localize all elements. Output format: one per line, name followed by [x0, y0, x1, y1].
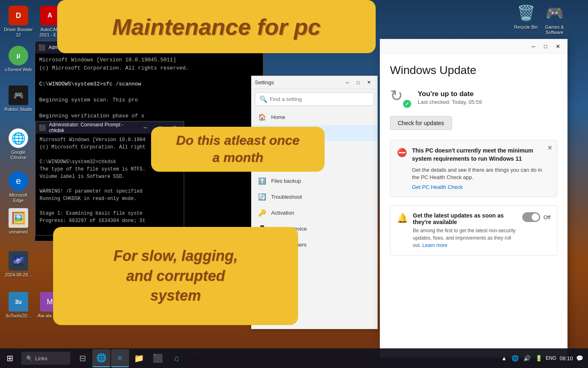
taskbar-edge-icon: e: [118, 354, 122, 362]
error-icon: ⛔: [397, 148, 407, 190]
taskbar-windows-icon[interactable]: ⊟: [74, 349, 91, 367]
latest-updates-desc: Be among the first to get the latest non…: [413, 227, 517, 249]
settings-maximize-btn[interactable]: □: [353, 77, 363, 88]
settings-nav-backup-label: Files backup: [271, 178, 301, 184]
taskbar-app-icons: ⊟ 🌐 e 📁 ⬛ ♫ ⋯: [74, 349, 204, 367]
warning-close-btn[interactable]: ✕: [546, 144, 554, 152]
settings-nav-troubleshoot[interactable]: 🔄 Troubleshoot: [252, 189, 377, 205]
warning-title: This PC doesn't currently meet the minim…: [412, 147, 550, 163]
start-button[interactable]: ⊞: [0, 348, 20, 368]
troubleshoot-icon: 🔄: [258, 193, 266, 201]
tray-language: ENG: [546, 355, 556, 361]
toggle-label: Off: [543, 214, 550, 220]
search-icon: 🔍: [259, 95, 267, 103]
main-title-text: Maintenance for pc: [112, 13, 321, 40]
update-status-icon: ↻ ✓: [390, 87, 411, 108]
settings-search-bar[interactable]: 🔍: [255, 92, 374, 106]
update-minimize-btn[interactable]: ─: [527, 40, 539, 53]
toggle-switch-container[interactable]: Off: [522, 212, 550, 222]
update-heading: Windows Update: [390, 64, 557, 77]
settings-nav-activation[interactable]: 🔑 Activation: [252, 205, 377, 221]
tray-time: 08:10: [559, 355, 573, 361]
taskbar-search-bar[interactable]: 🔍 Links: [21, 352, 70, 365]
latest-updates-title: Get the latest updates as soon as they'r…: [413, 212, 517, 225]
settings-nav-home-label: Home: [271, 114, 285, 120]
update-status-text: You're up to date Last checked: Today, 0…: [418, 90, 482, 105]
update-maximize-btn[interactable]: □: [539, 40, 552, 53]
taskbar-terminal-btn[interactable]: ⬛: [149, 349, 167, 367]
update-status-subtitle: Last checked: Today, 05:59: [418, 99, 482, 105]
desktop-icon-3utools[interactable]: 3u 3uTools(32...: [2, 290, 35, 320]
health-check-link[interactable]: Get PC Health Check: [412, 184, 550, 190]
update-status-card: ↻ ✓ You're up to date Last checked: Toda…: [390, 87, 557, 108]
backup-icon: ⬆️: [258, 177, 266, 185]
taskbar: ⊞ 🔍 Links ⊟ 🌐 e 📁 ⬛ ♫: [0, 348, 588, 368]
month-text: Do this atleast oncea month: [176, 132, 299, 166]
desktop-icon-recycle-bin[interactable]: 🗑️ Recycle Bin: [510, 2, 542, 31]
taskbar-spotify-icon: ♫: [174, 354, 180, 363]
tray-battery-icon[interactable]: 🔋: [534, 353, 544, 363]
warning-body: This PC doesn't currently meet the minim…: [412, 147, 550, 190]
win11-warning-card: ⛔ This PC doesn't currently meet the min…: [390, 140, 557, 197]
desktop-icon-edge[interactable]: e Microsoft Edge: [2, 170, 35, 205]
settings-titlebar: Settings ─ □ ✕: [252, 76, 377, 89]
desktop-icon-games-software[interactable]: 🎮 Games & Software: [538, 2, 571, 37]
taskbar-more-btn[interactable]: ⋯: [186, 349, 204, 367]
update-content-area: Windows Update ↻ ✓ You're up to date Las…: [380, 54, 567, 266]
windows-update-panel[interactable]: ─ □ ✕ Windows Update ↻ ✓ You're up to da…: [380, 39, 568, 358]
month-overlay: Do this atleast oncea month: [151, 127, 325, 172]
learn-more-link[interactable]: Learn more: [422, 242, 447, 248]
toggle-knob: [532, 213, 539, 221]
taskbar-folder-btn[interactable]: 📁: [130, 349, 148, 367]
main-title-overlay: Maintenance for pc: [57, 0, 376, 53]
settings-nav-activation-label: Activation: [271, 210, 294, 216]
latest-updates-toggle[interactable]: [522, 212, 540, 222]
bottom-text: For slow, lagging,and corruptedsystem: [114, 246, 238, 306]
latest-updates-section: 🔔 Get the latest updates as soon as they…: [390, 205, 557, 256]
settings-title-text: Settings: [255, 79, 342, 85]
tray-notifications-icon[interactable]: 💬: [575, 353, 585, 363]
taskbar-search-label: Links: [35, 355, 47, 361]
tray-network-icon[interactable]: 🌐: [510, 353, 520, 363]
settings-search-input[interactable]: [270, 96, 370, 102]
taskbar-spotify-btn[interactable]: ♫: [167, 349, 185, 367]
desktop-icon-driver-booster[interactable]: D Driver Booster 12: [2, 4, 35, 39]
settings-nav-troubleshoot-label: Troubleshoot: [271, 194, 302, 200]
taskbar-terminal-icon: ⬛: [153, 353, 163, 363]
update-titlebar: ─ □ ✕: [380, 39, 567, 54]
settings-close-btn[interactable]: ✕: [363, 77, 374, 88]
taskbar-chrome-icon: 🌐: [96, 353, 107, 363]
desktop-icon-roblox[interactable]: 🎮 Roblox Studio: [2, 84, 35, 114]
task-view-icon: ⊟: [79, 353, 86, 363]
desktop-icon-chrome[interactable]: 🌐 Google Chrome: [2, 127, 35, 162]
tray-sound-icon[interactable]: 🔊: [522, 353, 532, 363]
settings-nav-backup[interactable]: ⬆️ Files backup: [252, 173, 377, 189]
chkdsk-icon: ⬛: [39, 124, 46, 131]
taskbar-search-icon: 🔍: [26, 355, 33, 361]
chkdsk-title-text: Administrator: Command Prompt - chkdsk: [49, 122, 136, 133]
check-updates-button[interactable]: Check for updates: [390, 116, 452, 130]
taskbar-chrome-btn[interactable]: 🌐: [92, 349, 110, 367]
chkdsk-minimize-btn[interactable]: ─: [140, 122, 151, 133]
taskbar-more-icon: ⋯: [191, 353, 199, 363]
bottom-overlay: For slow, lagging,and corruptedsystem: [53, 227, 298, 325]
desktop-icon-image-2024[interactable]: 🌌 2024-08-29...: [2, 249, 35, 279]
home-icon: 🏠: [258, 113, 266, 121]
settings-nav-home[interactable]: 🏠 Home: [252, 109, 377, 125]
desktop-icon-utorrent[interactable]: µ uTorrent Web: [2, 44, 35, 74]
cmd-icon: ⬛: [38, 44, 45, 51]
taskbar-folder-icon: 📁: [134, 353, 144, 363]
settings-minimize-btn[interactable]: ─: [342, 77, 353, 88]
activation-icon: 🔑: [258, 209, 266, 217]
desktop-icon-unnamed[interactable]: 🖼️ unnamed: [2, 206, 35, 236]
taskbar-edge-btn[interactable]: e: [111, 349, 129, 367]
warning-description: Get the details and see if there are thi…: [412, 167, 542, 180]
update-close-btn[interactable]: ✕: [552, 40, 564, 53]
desktop: D Driver Booster 12 A AutoCAD 2021 - E..…: [0, 0, 588, 368]
latest-updates-body: Get the latest updates as soon as they'r…: [413, 212, 517, 249]
bell-icon: 🔔: [397, 213, 408, 224]
tray-up-icon[interactable]: ▲: [500, 353, 509, 363]
taskbar-tray: ▲ 🌐 🔊 🔋 ENG 08:10 💬: [500, 353, 588, 363]
latest-updates-header: 🔔 Get the latest updates as soon as they…: [397, 212, 550, 249]
check-badge: ✓: [403, 100, 411, 108]
